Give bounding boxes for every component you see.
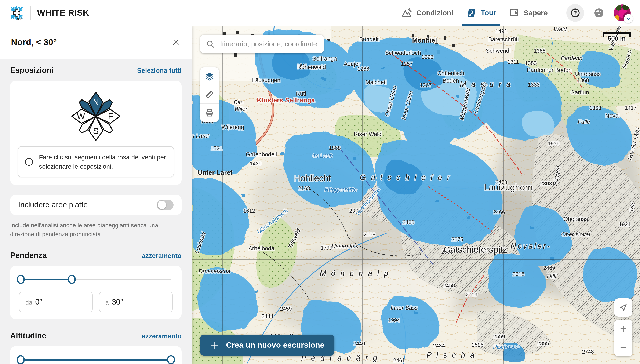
close-icon <box>171 38 181 47</box>
map-label: 1491 <box>496 28 507 34</box>
search-icon <box>206 40 214 48</box>
map-label: 1267 <box>420 82 432 88</box>
app-header: SLF WHITE RISK Condizioni Tour <box>0 0 640 26</box>
search-input[interactable] <box>220 40 318 48</box>
scale-label: 500 m <box>603 35 631 42</box>
map-label: Läusuggen <box>252 77 280 84</box>
map-label: Schwendi <box>486 48 510 54</box>
flat-areas-toggle[interactable] <box>156 200 174 210</box>
map-label: 2444 <box>262 313 274 319</box>
account-menu-badge[interactable] <box>624 14 633 23</box>
map-label: Ussersäss <box>332 243 358 250</box>
print-button[interactable] <box>200 104 219 122</box>
create-tour-label: Crea un nuovo escursione <box>226 341 324 350</box>
map-label: Bündelti <box>359 36 380 42</box>
map-label: Chüenisch <box>437 70 464 76</box>
map-label: Klosters Selfranga <box>257 96 315 104</box>
altitude-max-handle[interactable] <box>167 355 175 364</box>
map-label: 2675 <box>452 236 463 242</box>
filter-panel: Nord, < 30° Esposizioni Seleziona tutti <box>0 26 192 364</box>
map-label: Grüenbödeli <box>246 151 277 158</box>
select-all-link[interactable]: Seleziona tutti <box>137 67 182 74</box>
map-label: 1293 <box>422 54 434 60</box>
locate-button[interactable] <box>614 298 632 316</box>
map-label: Obersäss <box>564 216 588 222</box>
nav-tab-sapere[interactable]: Sapere <box>503 0 554 26</box>
map-label: 2461 <box>393 358 405 363</box>
map-label: Rüti <box>296 90 306 97</box>
slope-max-handle[interactable] <box>68 275 76 284</box>
logo-divider <box>30 6 31 20</box>
globe-icon <box>594 8 604 18</box>
map-label: Unter Laret <box>198 169 232 176</box>
map-label: Baretschrüti <box>488 36 519 42</box>
zoom-in-button[interactable]: + <box>614 320 632 338</box>
main-nav: Condizioni Tour Sapere <box>395 0 554 26</box>
map-search-bar <box>200 35 324 53</box>
map-label: 2459 <box>280 306 292 312</box>
map-label: 1439 <box>250 161 262 166</box>
close-panel-button[interactable] <box>171 38 181 47</box>
map-label: Novai <box>605 112 620 119</box>
map-label: 1368 <box>577 77 589 83</box>
ruler-icon <box>205 90 214 99</box>
chevron-down-icon <box>626 16 631 21</box>
map-label: 1921 <box>619 221 631 227</box>
scale-bar <box>603 32 631 34</box>
create-tour-button[interactable]: Crea un nuovo escursione <box>200 335 334 356</box>
map-label: 1388 <box>534 48 546 54</box>
zoom-out-button[interactable]: − <box>614 338 632 356</box>
nav-label: Sapere <box>524 9 548 17</box>
map-label: P i s c h a <box>426 351 476 359</box>
slope-min-handle[interactable] <box>17 275 25 284</box>
map-label: 2559 <box>493 334 505 340</box>
measure-button[interactable] <box>200 86 219 104</box>
wind-rose: N E S W <box>68 88 124 142</box>
nav-tab-tour[interactable]: Tour <box>460 0 503 26</box>
map-label: 1257 <box>401 61 413 67</box>
rose-label-n: N <box>93 98 99 107</box>
field-prefix: da <box>26 299 32 306</box>
map-label: Novaier- <box>510 242 551 250</box>
avatar[interactable] <box>614 4 631 21</box>
map-label: 1417 <box>625 105 636 111</box>
map-canvas[interactable]: BündeltiMonbielBaretschrüti1491WaldSchwe… <box>192 26 640 364</box>
map-label: Untersäss <box>575 71 601 77</box>
slope-min-field[interactable]: da 0° <box>19 292 93 312</box>
zoom-controls: + − <box>614 320 632 356</box>
info-icon <box>24 158 34 166</box>
question-mark-icon: ? <box>570 8 580 18</box>
slope-max-field[interactable]: a 30° <box>99 292 173 312</box>
map-label: Inner Säss <box>390 305 418 311</box>
exposures-card: N E S W Fare clic sui segmenti della ros… <box>10 81 182 185</box>
slope-heading: Pendenza <box>10 251 47 260</box>
help-button[interactable]: ? <box>566 4 584 22</box>
logo[interactable]: SLF WHITE RISK <box>9 6 89 20</box>
app-title: WHITE RISK <box>37 8 89 18</box>
map-label: Drussetscha <box>198 268 230 274</box>
map-label: 1311 <box>508 59 519 65</box>
layers-button[interactable] <box>200 67 219 86</box>
map-label: 2434 <box>433 343 445 348</box>
map-label: 1876 <box>548 140 560 146</box>
printer-icon <box>205 108 214 118</box>
slider-active-track <box>21 278 72 280</box>
map-label: 2748 <box>582 349 594 355</box>
map-label: Im Laub <box>312 152 333 159</box>
map-label: 2618 <box>512 271 524 277</box>
field-prefix: a <box>106 299 109 306</box>
map-label: 2158 <box>364 232 376 238</box>
altitude-reset-link[interactable]: azzeramento <box>142 332 182 340</box>
map-label: Malcheti <box>366 79 387 86</box>
language-button[interactable] <box>594 8 604 18</box>
flat-areas-card: Includere aree piatte <box>10 195 182 215</box>
altitude-min-handle[interactable] <box>17 355 25 364</box>
nav-label: Tour <box>481 9 496 17</box>
nav-tab-condizioni[interactable]: Condizioni <box>395 0 460 26</box>
map-tools <box>200 67 219 122</box>
map-label: 2168 <box>298 186 310 191</box>
logo-sub-label: SLF <box>17 18 22 20</box>
map-label: 2458 <box>443 282 455 288</box>
layers-icon <box>205 72 214 81</box>
slope-reset-link[interactable]: azzeramento <box>142 252 182 260</box>
